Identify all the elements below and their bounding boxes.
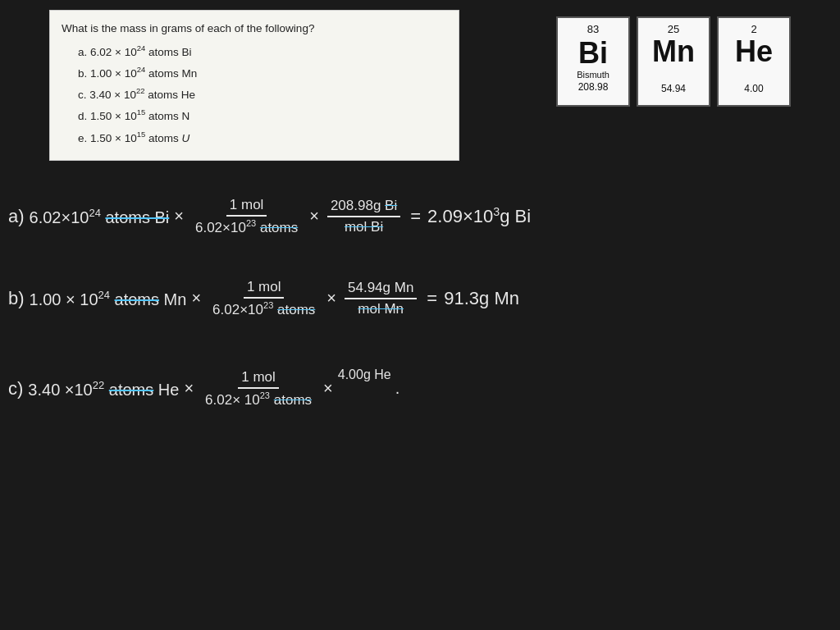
part-b-times2: × — [326, 289, 336, 308]
question-list: a. 6.02 × 1024 atoms Bi b. 1.00 × 1024 a… — [62, 41, 442, 148]
manganese-number: 25 — [638, 23, 709, 35]
helium-symbol: He — [735, 37, 773, 66]
part-a-result: 2.09×103g Bi — [427, 205, 531, 227]
part-b-fraction1: 1 mol 6.02×1023 atoms — [209, 279, 318, 318]
part-c-times2: × — [323, 379, 333, 398]
part-c-times1: × — [184, 379, 194, 398]
part-a-times2: × — [309, 207, 319, 226]
part-b-frac1-num: 1 mol — [244, 279, 285, 299]
bismuth-mass: 208.98 — [578, 81, 609, 93]
part-b-frac1-den: 6.02×1023 atoms — [209, 299, 318, 318]
element-bismuth: 83 Bi Bismuth 208.98 — [556, 16, 630, 107]
part-a-frac2-den: mol Bi — [341, 217, 386, 235]
part-a-frac1-den: 6.02×1023 atoms — [192, 217, 301, 236]
part-a-equals: = — [410, 206, 421, 227]
part-b-equals: = — [427, 288, 437, 309]
part-b-result: 91.3g Mn — [444, 288, 519, 309]
question-item-d: d. 1.50 × 1015 atoms N — [78, 105, 442, 126]
question-item-a: a. 6.02 × 1024 atoms Bi — [78, 41, 442, 62]
part-a-frac2-num: 208.98g Bi — [327, 198, 400, 217]
part-b-fraction2: 54.94g Mn mol Mn — [345, 280, 417, 317]
part-a-frac1-num: 1 mol — [226, 197, 267, 217]
part-a-times1: × — [174, 207, 184, 226]
part-b-times1: × — [191, 289, 201, 308]
part-c-given: 3.40 ×1022 atoms He — [28, 379, 179, 399]
elements-container: 83 Bi Bismuth 208.98 25 Mn 54.94 2 He 4.… — [556, 16, 791, 107]
part-c-after: 4.00g He . — [338, 379, 400, 398]
question-item-b: b. 1.00 × 1024 atoms Mn — [78, 62, 442, 84]
question-item-e: e. 1.50 × 1015 atoms U — [78, 127, 442, 148]
bismuth-name: Bismuth — [577, 70, 609, 80]
part-c-frac1-den: 6.02× 1023 atoms — [202, 389, 315, 409]
part-b-row: b) 1.00 × 1024 atoms Mn × 1 mol 6.02×102… — [8, 279, 519, 318]
part-a-row: a) 6.02×1024 atoms Bi × 1 mol 6.02×1023 … — [8, 197, 531, 236]
helium-number: 2 — [719, 23, 789, 35]
part-c-row: c) 3.40 ×1022 atoms He × 1 mol 6.02× 102… — [8, 369, 399, 409]
part-a-label: a) — [8, 206, 25, 227]
manganese-symbol: Mn — [652, 37, 695, 66]
part-a-fraction1: 1 mol 6.02×1023 atoms — [192, 197, 301, 236]
part-b-label: b) — [8, 288, 25, 309]
question-box: What is the mass in grams of each of the… — [49, 10, 459, 161]
part-b-given: 1.00 × 1024 atoms Mn — [30, 289, 187, 309]
question-item-c: c. 3.40 × 1022 atoms He — [78, 84, 442, 105]
question-title: What is the mass in grams of each of the… — [62, 22, 442, 34]
element-manganese: 25 Mn 54.94 — [637, 16, 710, 107]
helium-mass: 4.00 — [744, 83, 763, 94]
part-a-given: 6.02×1024 atoms Bi — [30, 207, 170, 227]
handwriting-area: a) 6.02×1024 atoms Bi × 1 mol 6.02×1023 … — [0, 180, 840, 630]
part-a-fraction2: 208.98g Bi mol Bi — [327, 198, 400, 235]
part-c-label: c) — [8, 378, 23, 399]
element-helium: 2 He 4.00 — [717, 16, 791, 107]
part-c-fraction1: 1 mol 6.02× 1023 atoms — [202, 369, 315, 409]
part-c-frac1-num: 1 mol — [238, 369, 279, 389]
bismuth-number: 83 — [558, 23, 628, 35]
part-b-frac2-den: mol Mn — [354, 299, 407, 317]
manganese-mass: 54.94 — [661, 83, 686, 94]
bismuth-symbol: Bi — [578, 39, 608, 68]
part-b-frac2-num: 54.94g Mn — [345, 280, 417, 299]
